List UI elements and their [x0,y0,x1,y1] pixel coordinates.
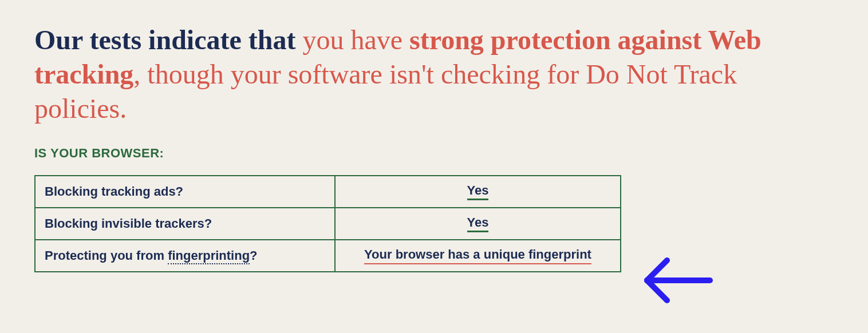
row-label: Blocking invisible trackers? [35,208,335,240]
section-subhead: IS YOUR BROWSER: [34,146,834,161]
results-table: Blocking tracking ads? Yes Blocking invi… [34,175,621,272]
row-value: Yes [335,208,621,240]
row-value: Yes [335,176,621,208]
headline-part1: Our tests indicate that [34,25,302,55]
svg-line-1 [647,260,667,280]
row-label-text-post: ? [250,248,257,263]
row-value-text: Your browser has a unique fingerprint [364,248,591,264]
row-value-text: Yes [467,216,489,232]
row-label-text: Blocking invisible trackers? [45,216,212,231]
row-label-text-pre: Protecting you from [45,248,168,263]
row-label: Blocking tracking ads? [35,176,335,208]
headline-part2: you have [302,25,409,55]
table-row: Protecting you from fingerprinting? Your… [35,240,621,271]
annotation-arrow-icon [636,246,716,315]
row-label-text: Blocking tracking ads? [45,184,183,199]
headline: Our tests indicate that you have strong … [34,23,824,126]
row-value-text: Yes [467,184,489,200]
row-value: Your browser has a unique fingerprint [335,240,621,271]
fingerprinting-link[interactable]: fingerprinting [168,248,250,264]
svg-line-2 [647,280,667,300]
table-row: Blocking invisible trackers? Yes [35,208,621,240]
row-label: Protecting you from fingerprinting? [35,240,335,271]
headline-part4: , though your software isn't checking fo… [34,59,737,124]
table-row: Blocking tracking ads? Yes [35,176,621,208]
